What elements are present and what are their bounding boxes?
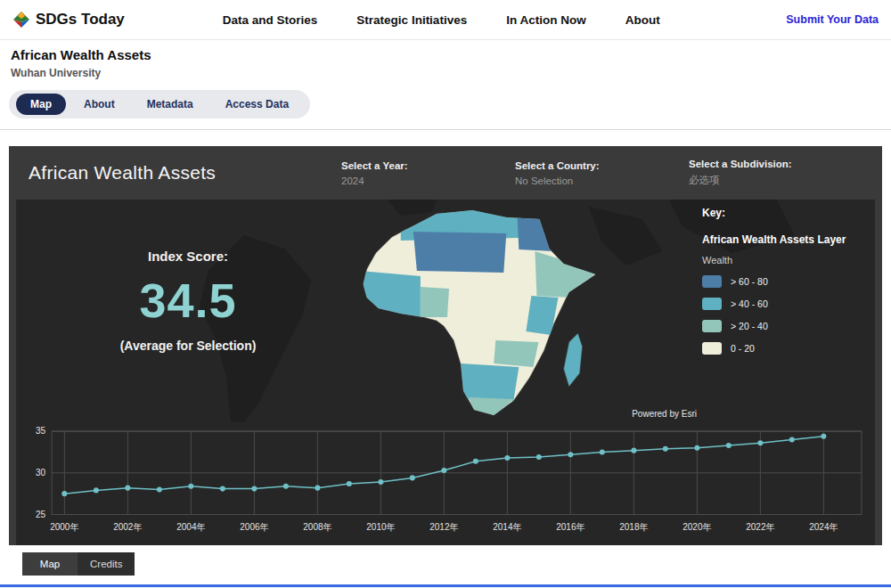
svg-text:2008年: 2008年 [303,522,331,532]
index-score-block: Index Score: 34.5 (Average for Selection… [68,249,308,353]
tab-metadata[interactable]: Metadata [133,94,208,115]
svg-text:25: 25 [36,510,46,519]
legend-label-60-80: > 60 - 80 [731,276,768,287]
nav-item-about[interactable]: About [625,13,660,27]
legend-item: > 40 - 60 [702,298,861,310]
legend-swatch-60-80 [702,275,722,288]
legend-swatch-40-60 [702,298,722,310]
legend-title: Key: [702,207,861,219]
map-legend: Key: African Wealth Assets Layer Wealth … [702,207,861,355]
svg-text:35: 35 [36,426,46,436]
legend-label-40-60: > 40 - 60 [731,298,768,309]
dashboard-tab-credits[interactable]: Credits [78,552,135,576]
nav-item-data-and-stories[interactable]: Data and Stories [223,13,318,27]
page-head: African Wealth Assets Wuhan University [0,40,891,79]
legend-item: > 20 - 40 [702,320,861,332]
svg-text:30: 30 [36,468,46,478]
submit-your-data-link[interactable]: Submit Your Data [786,13,879,26]
legend-field-label: Wealth [702,255,861,265]
site-logo-text: SDGs Today [36,11,125,29]
svg-text:2022年: 2022年 [746,522,774,532]
country-selector-value[interactable]: No Selection [515,176,689,186]
dashboard-title: African Wealth Assets [29,162,341,184]
tab-map[interactable]: Map [16,94,66,115]
esri-attribution: Powered by Esri [632,409,697,419]
year-selector[interactable]: Select a Year: 2024 [341,160,515,186]
subdivision-selector[interactable]: Select a Subdivision: 必选项 [689,159,862,187]
subdivision-selector-label: Select a Subdivision: [689,159,862,169]
trend-chart[interactable]: 2530352000年2002年2004年2006年2008年2010年2012… [16,424,875,543]
page-title: African Wealth Assets [11,47,880,62]
index-score-caption: (Average for Selection) [68,339,308,353]
legend-label-20-40: > 20 - 40 [731,321,768,331]
legend-layer-title: African Wealth Assets Layer [702,233,861,246]
dashboard-body: Index Score: 34.5 (Average for Selection… [16,200,875,545]
legend-item: > 60 - 80 [702,275,861,288]
dashboard-bottom-tabs: Map Credits [22,552,891,576]
svg-text:2006年: 2006年 [240,522,268,532]
subdivision-selector-value[interactable]: 必选项 [689,174,862,187]
nav-item-strategic-initiatives[interactable]: Strategic Initiatives [356,13,467,27]
svg-text:2020年: 2020年 [683,522,711,532]
site-logo[interactable]: SDGs Today [12,11,125,29]
page-tab-bar: Map About Metadata Access Data [9,90,310,118]
dashboard-embed: African Wealth Assets Select a Year: 202… [9,146,882,545]
section-divider [0,129,891,130]
country-selector[interactable]: Select a Country: No Selection [515,160,689,186]
nav-item-in-action-now[interactable]: In Action Now [506,13,586,27]
svg-text:2014年: 2014年 [493,522,521,532]
svg-text:2012年: 2012年 [429,522,458,532]
svg-text:2024年: 2024年 [809,522,838,532]
site-header: SDGs Today Data and Stories Strategic In… [0,0,891,40]
legend-item: 0 - 20 [702,342,861,355]
index-score-value: 34.5 [68,273,308,328]
index-score-label: Index Score: [68,249,308,264]
svg-text:2004年: 2004年 [176,522,205,532]
svg-text:2002年: 2002年 [113,522,142,532]
dashboard-tab-map[interactable]: Map [22,552,78,576]
legend-swatch-20-40 [702,320,722,332]
page-subtitle: Wuhan University [11,67,880,79]
country-selector-label: Select a Country: [515,160,689,171]
year-selector-value[interactable]: 2024 [341,176,515,186]
dashboard-header: African Wealth Assets Select a Year: 202… [9,146,882,200]
map-panel: Index Score: 34.5 (Average for Selection… [16,200,875,422]
site-nav: Data and Stories Strategic Initiatives I… [223,13,660,27]
svg-text:2010年: 2010年 [366,522,395,532]
svg-text:2018年: 2018年 [619,522,648,532]
svg-text:2016年: 2016年 [556,522,584,532]
legend-label-0-20: 0 - 20 [731,343,755,354]
footer-top-edge [0,584,891,588]
sdgs-logo-icon [12,11,30,29]
legend-swatch-0-20 [702,342,722,355]
svg-text:2000年: 2000年 [50,522,78,532]
tab-about[interactable]: About [69,94,129,115]
trend-chart-panel: 2530352000年2002年2004年2006年2008年2010年2012… [16,422,875,545]
year-selector-label: Select a Year: [341,160,515,171]
tab-access-data[interactable]: Access Data [211,94,303,115]
